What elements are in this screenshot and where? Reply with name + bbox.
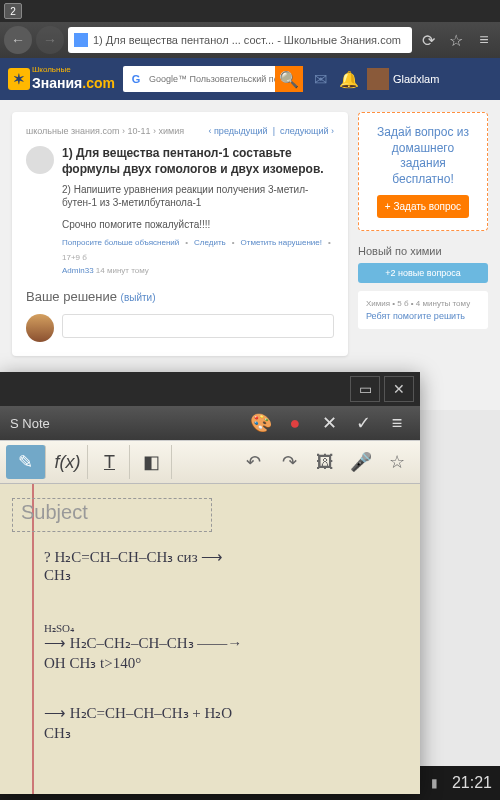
site-search[interactable]: G 🔍 <box>123 66 303 92</box>
list-item[interactable]: Химия • 5 б • 4 минуты тому Ребят помоги… <box>358 291 488 329</box>
ask-more-link[interactable]: Попросите больше объяснений <box>62 238 179 247</box>
site-logo[interactable]: ✶ Школьные Знания.com <box>8 66 115 92</box>
item-category: Химия • 5 б • 4 минуты тому <box>366 299 480 308</box>
favicon-icon <box>74 33 88 47</box>
handwriting-line: ⟶ H₂C–CH₂–CH–CH₃ ――→ <box>44 634 242 652</box>
tabs-count-badge[interactable]: 2 <box>4 3 22 19</box>
pen-tool[interactable]: ✎ <box>6 445 46 479</box>
sidebar: Задай вопрос из домашнего задания беспла… <box>358 112 488 398</box>
google-icon: G <box>126 69 146 89</box>
formula-tool[interactable]: f(x) <box>48 445 88 479</box>
snote-canvas[interactable]: Subject ? H₂C=CH–CH–CH₃ сиз ⟶ CH₃ H₂SO₄ … <box>0 484 420 794</box>
text-tool[interactable]: T <box>90 445 130 479</box>
item-text: Ребят помогите решить <box>366 311 480 321</box>
hamburger-icon[interactable]: ≡ <box>384 413 410 434</box>
question-title: 1) Для вещества пентанол-1 составьте фор… <box>62 146 334 177</box>
notifications-icon[interactable]: 🔔 <box>339 70 359 89</box>
image-add-icon[interactable]: 🖼 <box>308 445 342 479</box>
android-statusbar: 2 <box>0 0 500 22</box>
handwriting-line: ⟶ H₂C=CH–CH–CH₃ + H₂O <box>44 704 232 722</box>
forward-button[interactable]: → <box>36 26 64 54</box>
question-card: школьные знания.com › 10-11 › химия ‹ пр… <box>12 112 348 356</box>
cancel-icon[interactable]: ✕ <box>316 412 342 434</box>
author-time: 14 минут тому <box>96 266 149 275</box>
question-urgent: Срочно помогите пожалуйста!!!! <box>62 219 334 230</box>
handwriting-line: CH₃ <box>44 724 71 742</box>
page-title: 1) Для вещества пентанол ... сост... - Ш… <box>93 34 401 46</box>
eraser-tool[interactable]: ◧ <box>132 445 172 479</box>
undo-icon[interactable]: ↶ <box>236 445 270 479</box>
asker-avatar[interactable] <box>26 146 54 174</box>
handwriting-line: ? H₂C=CH–CH–CH₃ сиз ⟶ <box>44 548 223 566</box>
snote-title: S Note <box>10 416 50 431</box>
username: Gladxlam <box>393 73 439 85</box>
menu-icon[interactable]: ≡ <box>472 31 496 49</box>
back-button[interactable]: ← <box>4 26 32 54</box>
minimize-icon[interactable]: ▭ <box>350 376 380 402</box>
clock: 21:21 <box>452 774 492 792</box>
author-link[interactable]: Admin33 <box>62 266 94 275</box>
ask-question-button[interactable]: + Задать вопрос <box>377 195 469 218</box>
record-icon[interactable]: ● <box>282 413 308 434</box>
page-content: школьные знания.com › 10-11 › химия ‹ пр… <box>0 100 500 410</box>
answer-input[interactable] <box>62 314 334 338</box>
avatar <box>367 68 389 90</box>
palette-icon[interactable]: 🎨 <box>248 412 274 434</box>
site-header: ✶ Школьные Знания.com G 🔍 ✉ 🔔 Gladxlam <box>0 58 500 100</box>
logo-subtitle: Школьные <box>32 66 115 74</box>
messages-icon[interactable]: ✉ <box>311 70 331 89</box>
ask-promo-text: Задай вопрос из домашнего задания беспла… <box>371 125 475 187</box>
mic-icon[interactable]: 🎤 <box>344 445 378 479</box>
snote-window-controls: ▭ ✕ <box>0 372 420 406</box>
flag-link[interactable]: Отметить нарушение! <box>241 238 322 247</box>
question-subtitle: 2) Напишите уравнения реакции получения … <box>62 183 334 209</box>
snote-titlebar: S Note 🎨 ● ✕ ✓ ≡ <box>0 406 420 440</box>
confirm-icon[interactable]: ✓ <box>350 412 376 434</box>
user-menu[interactable]: Gladxlam <box>367 68 439 90</box>
search-button[interactable]: 🔍 <box>275 66 303 92</box>
prev-link[interactable]: ‹ предыдущий <box>209 126 268 136</box>
breadcrumb[interactable]: школьные знания.com › 10-11 › химия <box>26 126 184 136</box>
points-label: 17+9 б <box>62 253 87 262</box>
search-input[interactable] <box>149 74 275 84</box>
logo-icon: ✶ <box>8 68 30 90</box>
your-answer-heading: Ваше решение <box>26 289 117 304</box>
my-avatar[interactable] <box>26 314 54 342</box>
ask-question-promo: Задай вопрос из домашнего задания беспла… <box>358 112 488 231</box>
handwriting-line: OH CH₃ t>140° <box>44 654 141 672</box>
close-icon[interactable]: ✕ <box>384 376 414 402</box>
battery-icon: ▮ <box>431 776 438 790</box>
reload-icon[interactable]: ⟳ <box>416 31 440 50</box>
redo-icon[interactable]: ↷ <box>272 445 306 479</box>
snote-window: ▭ ✕ S Note 🎨 ● ✕ ✓ ≡ ✎ f(x) T ◧ ↶ ↷ 🖼 🎤 … <box>0 372 420 794</box>
url-bar[interactable]: 1) Для вещества пентанол ... сост... - Ш… <box>68 27 412 53</box>
next-link[interactable]: следующий › <box>280 126 334 136</box>
bookmark-icon[interactable]: ☆ <box>380 445 414 479</box>
snote-toolbar: ✎ f(x) T ◧ ↶ ↷ 🖼 🎤 ☆ <box>0 440 420 484</box>
new-questions-heading: Новый по химии <box>358 245 488 257</box>
follow-link[interactable]: Следить <box>194 238 226 247</box>
logout-link[interactable]: (выйти) <box>121 292 156 303</box>
new-questions-button[interactable]: +2 новые вопроса <box>358 263 488 283</box>
subject-field[interactable]: Subject <box>12 498 212 532</box>
star-icon[interactable]: ☆ <box>444 31 468 50</box>
browser-toolbar: ← → 1) Для вещества пентанол ... сост...… <box>0 22 500 58</box>
handwriting-line: CH₃ <box>44 566 71 584</box>
